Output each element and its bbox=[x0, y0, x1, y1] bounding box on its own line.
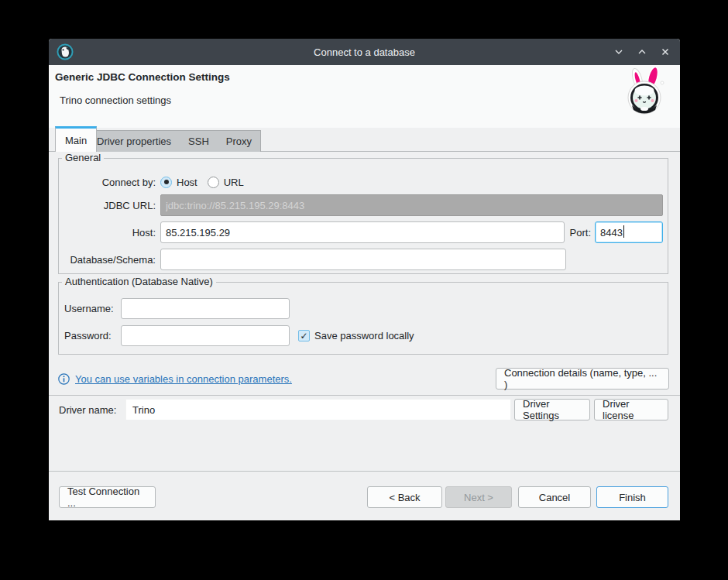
next-label: Next > bbox=[464, 492, 493, 503]
trino-rabbit-logo bbox=[621, 67, 668, 116]
connect-by-host-radio[interactable] bbox=[160, 177, 172, 188]
jdbc-url-row: JDBC URL: bbox=[59, 194, 663, 216]
username-row: Username: bbox=[64, 298, 661, 319]
tab-strip: Main Driver properties SSH Proxy bbox=[49, 128, 680, 152]
driver-row: Driver name: Trino Driver Settings Drive… bbox=[49, 399, 680, 420]
jdbc-url-input bbox=[160, 194, 663, 216]
next-button: Next > bbox=[445, 486, 512, 508]
auth-group-legend: Authentication (Database Native) bbox=[62, 276, 216, 287]
connection-details-button[interactable]: Connection details (name, type, ... ) bbox=[496, 368, 669, 390]
username-input[interactable] bbox=[121, 298, 290, 319]
connect-by-row: Connect by: Host URL bbox=[59, 171, 663, 193]
back-button[interactable]: < Back bbox=[367, 486, 442, 508]
driver-settings-label: Driver Settings bbox=[523, 398, 582, 421]
database-input[interactable] bbox=[160, 249, 566, 270]
connect-by-label: Connect by: bbox=[59, 177, 156, 188]
chevron-up-icon bbox=[637, 46, 647, 57]
port-input[interactable] bbox=[595, 221, 663, 243]
page-title: Generic JDBC Connection Settings bbox=[55, 71, 230, 83]
window-title: Connect to a database bbox=[49, 46, 680, 58]
password-label: Password: bbox=[64, 330, 117, 341]
driver-license-label: Driver license bbox=[603, 398, 660, 421]
tab-main[interactable]: Main bbox=[55, 126, 97, 152]
tab-proxy[interactable]: Proxy bbox=[218, 131, 260, 152]
tab-ssh-label: SSH bbox=[188, 136, 209, 147]
variables-row: You can use variables in connection para… bbox=[58, 368, 292, 390]
finish-label: Finish bbox=[619, 492, 646, 503]
tab-driver-properties[interactable]: Driver properties bbox=[88, 131, 180, 152]
dbeaver-logo-icon bbox=[57, 43, 74, 60]
tab-ssh[interactable]: SSH bbox=[180, 131, 218, 152]
test-connection-button[interactable]: Test Connection ... bbox=[59, 486, 156, 508]
tab-main-label: Main bbox=[65, 135, 87, 146]
cancel-label: Cancel bbox=[539, 492, 570, 503]
text-cursor bbox=[623, 225, 624, 238]
driver-license-button[interactable]: Driver license bbox=[594, 399, 668, 420]
wizard-header: Generic JDBC Connection Settings Trino c… bbox=[49, 65, 680, 128]
driver-name-label: Driver name: bbox=[59, 404, 116, 416]
chevron-down-icon bbox=[613, 46, 624, 57]
tab-proxy-label: Proxy bbox=[226, 136, 252, 147]
driver-settings-button[interactable]: Driver Settings bbox=[514, 399, 590, 420]
back-label: < Back bbox=[389, 492, 420, 503]
connect-by-url-radio[interactable] bbox=[208, 177, 219, 188]
test-connection-label: Test Connection ... bbox=[67, 486, 147, 509]
titlebar[interactable]: Connect to a database bbox=[49, 39, 680, 65]
driver-name-value: Trino bbox=[125, 399, 511, 420]
host-input[interactable] bbox=[160, 221, 565, 243]
finish-button[interactable]: Finish bbox=[596, 486, 668, 508]
info-circle-icon bbox=[58, 373, 70, 385]
save-password-label: Save password locally bbox=[314, 330, 414, 341]
check-icon: ✓ bbox=[300, 331, 307, 341]
jdbc-url-label: JDBC URL: bbox=[59, 200, 156, 211]
connection-details-label: Connection details (name, type, ... ) bbox=[504, 367, 661, 390]
driver-name-text: Trino bbox=[132, 404, 155, 416]
maximize-button[interactable] bbox=[634, 43, 651, 60]
general-group-legend: General bbox=[62, 152, 104, 163]
tab-inactive-group: Driver properties SSH Proxy bbox=[88, 130, 261, 152]
port-label: Port: bbox=[570, 227, 591, 239]
tab-driver-properties-label: Driver properties bbox=[97, 136, 171, 147]
page-subtitle: Trino connection settings bbox=[60, 94, 171, 106]
host-radio-label: Host bbox=[177, 177, 197, 188]
connect-to-database-dialog: Connect to a database Generic JDBC Conne… bbox=[49, 39, 680, 520]
host-port-row: Host: Port: bbox=[59, 221, 663, 243]
username-label: Username: bbox=[64, 303, 117, 314]
general-group: General Connect by: Host URL JDBC URL: H… bbox=[58, 158, 668, 274]
x-icon bbox=[660, 46, 671, 57]
password-row: Password: ✓ Save password locally bbox=[64, 325, 661, 346]
password-input[interactable] bbox=[121, 325, 290, 346]
save-password-checkbox[interactable]: ✓ bbox=[298, 330, 310, 341]
window-controls bbox=[610, 39, 674, 65]
minimize-button[interactable] bbox=[610, 43, 627, 60]
url-radio-label: URL bbox=[224, 177, 244, 188]
cancel-button[interactable]: Cancel bbox=[518, 486, 591, 508]
driver-separator bbox=[49, 395, 680, 396]
host-label: Host: bbox=[59, 227, 156, 239]
footer-separator bbox=[49, 471, 680, 472]
database-row: Database/Schema: bbox=[59, 249, 663, 270]
database-label: Database/Schema: bbox=[59, 254, 156, 266]
auth-group: Authentication (Database Native) Usernam… bbox=[58, 282, 668, 355]
close-button[interactable] bbox=[657, 43, 674, 60]
variables-link[interactable]: You can use variables in connection para… bbox=[75, 373, 292, 385]
radio-dot-icon bbox=[164, 180, 169, 184]
